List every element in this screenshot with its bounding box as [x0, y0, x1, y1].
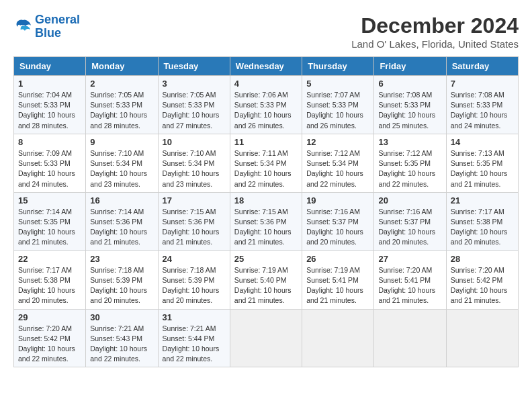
day-info: Sunrise: 7:06 AMSunset: 5:33 PMDaylight:…: [234, 90, 298, 131]
day-number: 12: [306, 137, 369, 147]
day-info: Sunrise: 7:04 AMSunset: 5:33 PMDaylight:…: [18, 90, 81, 131]
day-info: Sunrise: 7:18 AMSunset: 5:39 PMDaylight:…: [163, 265, 226, 306]
day-number: 15: [18, 195, 81, 205]
day-number: 22: [18, 254, 81, 264]
calendar-body: 1Sunrise: 7:04 AMSunset: 5:33 PMDaylight…: [14, 76, 519, 367]
calendar-cell: 7Sunrise: 7:08 AMSunset: 5:33 PMDaylight…: [446, 76, 518, 134]
day-info: Sunrise: 7:14 AMSunset: 5:35 PMDaylight:…: [18, 207, 81, 248]
calendar-cell: [302, 309, 374, 367]
day-info: Sunrise: 7:19 AMSunset: 5:41 PMDaylight:…: [306, 265, 369, 306]
calendar-cell: 22Sunrise: 7:17 AMSunset: 5:38 PMDayligh…: [14, 250, 86, 309]
day-info: Sunrise: 7:12 AMSunset: 5:35 PMDaylight:…: [378, 148, 441, 189]
calendar-cell: 16Sunrise: 7:14 AMSunset: 5:36 PMDayligh…: [86, 192, 158, 250]
day-info: Sunrise: 7:17 AMSunset: 5:38 PMDaylight:…: [18, 265, 81, 306]
day-info: Sunrise: 7:20 AMSunset: 5:42 PMDaylight:…: [451, 265, 514, 306]
calendar-cell: 6Sunrise: 7:08 AMSunset: 5:33 PMDaylight…: [374, 76, 446, 134]
column-header-thursday: Thursday: [302, 57, 374, 76]
day-number: 19: [306, 195, 369, 205]
day-number: 2: [90, 79, 153, 89]
calendar-cell: 1Sunrise: 7:04 AMSunset: 5:33 PMDaylight…: [14, 76, 86, 134]
day-number: 16: [90, 195, 153, 205]
day-info: Sunrise: 7:21 AMSunset: 5:43 PMDaylight:…: [90, 324, 153, 365]
calendar-cell: 18Sunrise: 7:15 AMSunset: 5:36 PMDayligh…: [230, 192, 302, 250]
title-section: December 2024 Land O' Lakes, Florida, Un…: [351, 13, 519, 50]
calendar-cell: 27Sunrise: 7:20 AMSunset: 5:41 PMDayligh…: [374, 250, 446, 309]
day-info: Sunrise: 7:09 AMSunset: 5:33 PMDaylight:…: [18, 148, 81, 189]
calendar-cell: 2Sunrise: 7:05 AMSunset: 5:33 PMDaylight…: [86, 76, 158, 134]
calendar-cell: 20Sunrise: 7:16 AMSunset: 5:37 PMDayligh…: [374, 192, 446, 250]
day-number: 27: [378, 254, 441, 264]
day-info: Sunrise: 7:20 AMSunset: 5:41 PMDaylight:…: [378, 265, 441, 306]
calendar-cell: 13Sunrise: 7:12 AMSunset: 5:35 PMDayligh…: [374, 134, 446, 192]
calendar-header-row: SundayMondayTuesdayWednesdayThursdayFrid…: [14, 57, 519, 76]
day-info: Sunrise: 7:05 AMSunset: 5:33 PMDaylight:…: [90, 90, 153, 131]
column-header-sunday: Sunday: [14, 57, 86, 76]
calendar-week-2: 8Sunrise: 7:09 AMSunset: 5:33 PMDaylight…: [14, 134, 519, 192]
day-info: Sunrise: 7:07 AMSunset: 5:33 PMDaylight:…: [306, 90, 369, 131]
column-header-friday: Friday: [374, 57, 446, 76]
calendar-cell: 14Sunrise: 7:13 AMSunset: 5:35 PMDayligh…: [446, 134, 518, 192]
calendar-cell: 21Sunrise: 7:17 AMSunset: 5:38 PMDayligh…: [446, 192, 518, 250]
calendar-cell: 11Sunrise: 7:11 AMSunset: 5:34 PMDayligh…: [230, 134, 302, 192]
day-info: Sunrise: 7:18 AMSunset: 5:39 PMDaylight:…: [90, 265, 153, 306]
day-info: Sunrise: 7:15 AMSunset: 5:36 PMDaylight:…: [163, 207, 226, 248]
day-info: Sunrise: 7:05 AMSunset: 5:33 PMDaylight:…: [163, 90, 226, 131]
day-number: 20: [378, 195, 441, 205]
calendar-cell: 30Sunrise: 7:21 AMSunset: 5:43 PMDayligh…: [86, 309, 158, 367]
calendar-cell: 15Sunrise: 7:14 AMSunset: 5:35 PMDayligh…: [14, 192, 86, 250]
day-info: Sunrise: 7:12 AMSunset: 5:34 PMDaylight:…: [306, 148, 369, 189]
day-info: Sunrise: 7:19 AMSunset: 5:40 PMDaylight:…: [234, 265, 298, 306]
calendar-cell: 26Sunrise: 7:19 AMSunset: 5:41 PMDayligh…: [302, 250, 374, 309]
day-number: 25: [234, 254, 298, 264]
day-number: 6: [378, 79, 441, 89]
column-header-saturday: Saturday: [446, 57, 518, 76]
day-info: Sunrise: 7:10 AMSunset: 5:34 PMDaylight:…: [163, 148, 226, 189]
calendar-cell: 17Sunrise: 7:15 AMSunset: 5:36 PMDayligh…: [158, 192, 230, 250]
day-info: Sunrise: 7:21 AMSunset: 5:44 PMDaylight:…: [163, 324, 226, 365]
calendar-cell: 29Sunrise: 7:20 AMSunset: 5:42 PMDayligh…: [14, 309, 86, 367]
day-number: 11: [234, 137, 298, 147]
location: Land O' Lakes, Florida, United States: [351, 38, 519, 50]
day-number: 17: [163, 195, 226, 205]
calendar-cell: [374, 309, 446, 367]
day-number: 31: [163, 312, 226, 322]
day-info: Sunrise: 7:13 AMSunset: 5:35 PMDaylight:…: [451, 148, 514, 189]
calendar-cell: 31Sunrise: 7:21 AMSunset: 5:44 PMDayligh…: [158, 309, 230, 367]
column-header-monday: Monday: [86, 57, 158, 76]
calendar-cell: 9Sunrise: 7:10 AMSunset: 5:34 PMDaylight…: [86, 134, 158, 192]
calendar-cell: 4Sunrise: 7:06 AMSunset: 5:33 PMDaylight…: [230, 76, 302, 134]
day-info: Sunrise: 7:14 AMSunset: 5:36 PMDaylight:…: [90, 207, 153, 248]
calendar-cell: [230, 309, 302, 367]
day-info: Sunrise: 7:16 AMSunset: 5:37 PMDaylight:…: [378, 207, 441, 248]
day-number: 29: [18, 312, 81, 322]
day-info: Sunrise: 7:08 AMSunset: 5:33 PMDaylight:…: [451, 90, 514, 131]
calendar-cell: 12Sunrise: 7:12 AMSunset: 5:34 PMDayligh…: [302, 134, 374, 192]
page-header: General Blue December 2024 Land O' Lakes…: [13, 13, 519, 50]
day-number: 21: [451, 195, 514, 205]
day-info: Sunrise: 7:08 AMSunset: 5:33 PMDaylight:…: [378, 90, 441, 131]
calendar-cell: 19Sunrise: 7:16 AMSunset: 5:37 PMDayligh…: [302, 192, 374, 250]
calendar-week-3: 15Sunrise: 7:14 AMSunset: 5:35 PMDayligh…: [14, 192, 519, 250]
calendar-cell: 23Sunrise: 7:18 AMSunset: 5:39 PMDayligh…: [86, 250, 158, 309]
day-number: 10: [163, 137, 226, 147]
day-number: 9: [90, 137, 153, 147]
day-number: 30: [90, 312, 153, 322]
day-number: 5: [306, 79, 369, 89]
day-info: Sunrise: 7:10 AMSunset: 5:34 PMDaylight:…: [90, 148, 153, 189]
day-info: Sunrise: 7:20 AMSunset: 5:42 PMDaylight:…: [18, 324, 81, 365]
day-number: 23: [90, 254, 153, 264]
day-info: Sunrise: 7:17 AMSunset: 5:38 PMDaylight:…: [451, 207, 514, 248]
day-number: 18: [234, 195, 298, 205]
day-number: 28: [451, 254, 514, 264]
day-number: 3: [163, 79, 226, 89]
calendar-cell: 25Sunrise: 7:19 AMSunset: 5:40 PMDayligh…: [230, 250, 302, 309]
calendar-cell: [446, 309, 518, 367]
calendar-week-4: 22Sunrise: 7:17 AMSunset: 5:38 PMDayligh…: [14, 250, 519, 309]
logo: General Blue: [13, 13, 80, 40]
calendar-cell: 28Sunrise: 7:20 AMSunset: 5:42 PMDayligh…: [446, 250, 518, 309]
calendar-table: SundayMondayTuesdayWednesdayThursdayFrid…: [13, 56, 519, 367]
day-info: Sunrise: 7:16 AMSunset: 5:37 PMDaylight:…: [306, 207, 369, 248]
day-info: Sunrise: 7:11 AMSunset: 5:34 PMDaylight:…: [234, 148, 298, 189]
day-number: 24: [163, 254, 226, 264]
day-info: Sunrise: 7:15 AMSunset: 5:36 PMDaylight:…: [234, 207, 298, 248]
